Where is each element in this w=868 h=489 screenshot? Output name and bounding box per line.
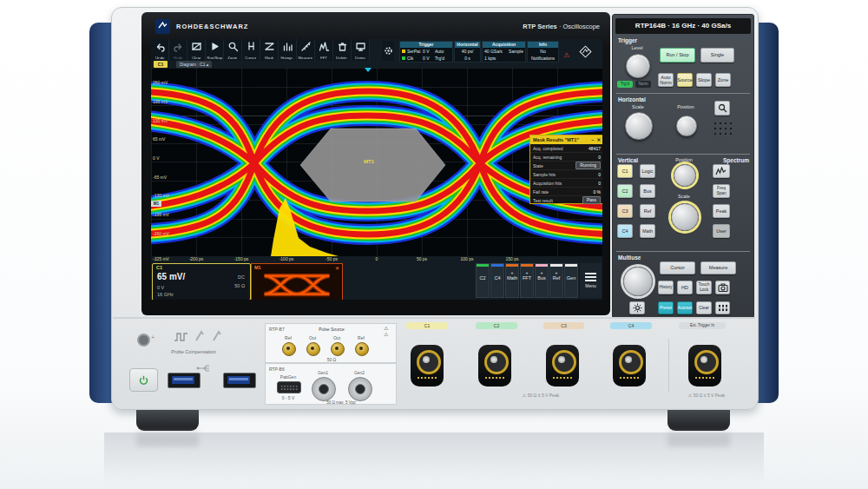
vertical-position-knob[interactable] (674, 164, 696, 187)
c3-input-connector (546, 345, 579, 387)
single-button[interactable]: Single (700, 48, 734, 63)
state-button[interactable]: Running (575, 162, 601, 169)
reflection-foot (667, 433, 730, 446)
c1-signal-box[interactable]: C1 65 mV/ DC 0 V 50 Ω 16 GHz (152, 263, 251, 300)
m1-marker[interactable]: M1 (151, 201, 161, 207)
trigger-infobox[interactable]: Trigger SerPat 0 V Auto Clk 0 V Trg'd (399, 41, 453, 63)
history-button[interactable]: History (658, 281, 674, 294)
run-stop-panel-button[interactable]: Run / Stop (660, 48, 695, 63)
multiuse-knob[interactable] (623, 267, 653, 296)
horizontal-scale-knob[interactable] (625, 112, 653, 140)
channel-c4-button[interactable]: C4 (617, 224, 633, 238)
c1-impedance: 50 Ω (234, 283, 245, 288)
freq-span-button[interactable]: Freq Span (713, 184, 730, 198)
thumbnail-close-icon[interactable]: ✕ (335, 265, 339, 271)
user-button[interactable]: User (713, 224, 730, 238)
channel-c1-button[interactable]: C1 (617, 164, 633, 178)
x-label: 150 ps (495, 256, 529, 261)
trigger-position-marker[interactable] (365, 68, 372, 72)
info-infobox[interactable]: Info No Notifications (527, 41, 559, 63)
minimize-icon[interactable]: – (591, 137, 594, 142)
speaker-grille (713, 121, 733, 136)
add-math-button[interactable]: +Math (505, 263, 519, 298)
test-result-button[interactable]: Pass (582, 196, 601, 204)
screenshot-button[interactable] (715, 281, 730, 294)
apps-button[interactable] (715, 301, 730, 314)
delete-button[interactable]: Delete (333, 39, 352, 61)
auto-norm-button[interactable]: Auto Norm (658, 73, 674, 87)
trigger-section-label: Trigger (618, 37, 637, 43)
h-position-knob-label: Position (673, 104, 699, 109)
intensity-button[interactable] (629, 301, 645, 314)
mask-button[interactable]: Mask (260, 39, 279, 61)
zoom-panel-button[interactable] (714, 101, 730, 116)
measure-button[interactable]: Measure (297, 39, 315, 61)
autoset-button[interactable]: Autoset (677, 301, 693, 314)
clear-button[interactable]: Clear (187, 39, 206, 61)
spectrum-button[interactable] (713, 164, 730, 178)
hd-button[interactable]: HD (677, 281, 693, 294)
math-button[interactable]: Math (640, 224, 655, 238)
trigger-level-knob[interactable] (626, 54, 650, 78)
mask-icon (264, 41, 275, 52)
add-fft-button[interactable]: +FFT (520, 263, 534, 298)
brightness-icon (633, 303, 642, 313)
c4-signal-button[interactable]: C4 (490, 263, 504, 298)
gen-note: 50 Ω max. 5 Vpp (306, 400, 377, 405)
cursor-button[interactable]: Cursor (242, 39, 260, 61)
x-label: 0 (359, 256, 394, 261)
demo-button[interactable]: Demo (352, 39, 370, 61)
right-foot (667, 406, 730, 431)
vertical-scale-knob[interactable] (671, 203, 699, 231)
peak-button[interactable]: Peak (713, 204, 730, 218)
tab-collapse-icon[interactable]: ▴ (207, 62, 209, 67)
fft-button[interactable]: FFT (315, 39, 333, 61)
measure-panel-button[interactable]: Measure (700, 261, 736, 274)
c4-stripe: C4 (610, 322, 652, 329)
horizontal-position-knob[interactable] (676, 116, 697, 136)
mask-results-dialog[interactable]: Mask Results "MT1" – ✕ Acq. completed484… (529, 135, 602, 204)
channel-c2-button[interactable]: C2 (617, 184, 633, 198)
touch-lock-button[interactable]: Touch Lock (696, 281, 712, 294)
zone-button[interactable]: Zone (715, 73, 731, 87)
slope-button[interactable]: Slope (696, 73, 712, 87)
source-button[interactable]: Source (677, 73, 693, 87)
y-label: -260 mV (153, 231, 169, 236)
cursor-panel-button[interactable]: Cursor (660, 261, 695, 274)
channel-c3-button[interactable]: C3 (617, 204, 633, 218)
m1-thumbnail[interactable]: M1 ✕ (251, 263, 343, 300)
c2-signal-button[interactable]: C2 (476, 263, 490, 298)
menu-button[interactable]: Menu (580, 263, 602, 298)
dialog-row: StateRunning (530, 162, 602, 170)
horizontal-infobox[interactable]: Horizontal 40 ps/ 0 s (454, 41, 481, 63)
horizontal-infobox-title: Horizontal (455, 42, 480, 48)
add-ref-button[interactable]: +Ref (549, 263, 563, 298)
toolbar-settings-button[interactable] (382, 41, 394, 61)
logic-button[interactable]: Logic (640, 164, 655, 178)
gen-signal-button[interactable]: Gen (564, 263, 578, 298)
undo-button[interactable]: Undo (151, 39, 169, 61)
add-bus-button[interactable]: +Bus (535, 263, 549, 298)
mask-dialog-titlebar[interactable]: Mask Results "MT1" – ✕ (530, 135, 602, 144)
y-label: 0 V (153, 155, 160, 161)
ref-button[interactable]: Ref (640, 204, 655, 218)
v-position-knob-label: Position (671, 157, 697, 162)
redo-button[interactable]: Redo (169, 39, 187, 61)
trigger-row-a: SerPat 0 V Auto (400, 48, 452, 55)
magnifier-icon (718, 103, 727, 113)
acquisition-infobox[interactable]: Acquisition 40 GSa/sSample 1 kpts (482, 41, 526, 63)
power-icon (138, 374, 149, 386)
preset-button[interactable]: Preset (658, 301, 674, 314)
zoom-button[interactable]: Zoom (224, 39, 242, 61)
divider (616, 251, 750, 252)
power-button[interactable] (129, 368, 158, 392)
histogram-button[interactable]: Histogr. (279, 39, 297, 61)
pattern-gen-module: RTP-B6 PattGen 0 - 5 V Gen1 Gen2 50 Ω ma… (265, 363, 397, 405)
run-stop-button[interactable]: Run/Stop (206, 39, 224, 61)
close-icon[interactable]: ✕ (596, 137, 601, 142)
bus-button[interactable]: Bus (640, 184, 655, 198)
rs-emblem-icon (578, 44, 593, 63)
camera-icon (718, 283, 728, 292)
diagram-tab[interactable]: Diagram : C1 ▴ (176, 61, 212, 68)
clear-panel-button[interactable]: Clear (696, 301, 712, 314)
